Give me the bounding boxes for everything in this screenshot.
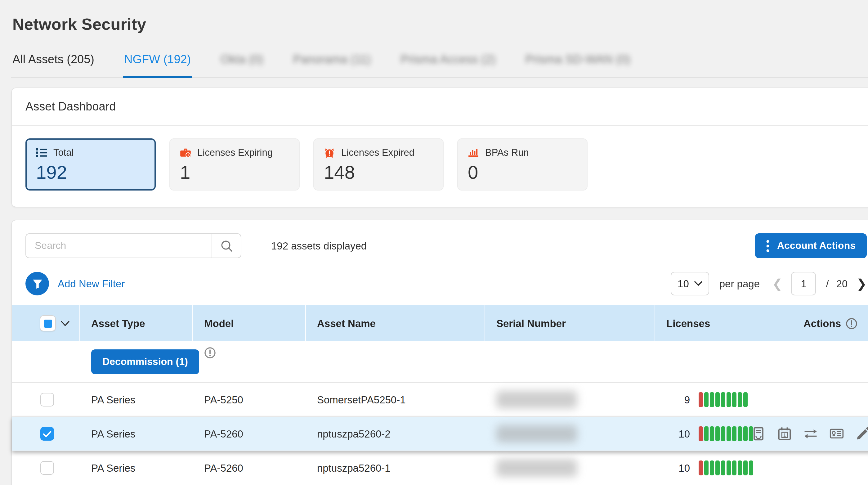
info-icon[interactable] — [845, 317, 857, 329]
stat-card-value: 0 — [468, 162, 577, 183]
stat-card-label: Licenses Expired — [341, 147, 414, 158]
row-actions: 1 — [751, 427, 868, 441]
previous-page-button[interactable]: ❮ — [772, 276, 783, 291]
toolbox-clock-icon — [180, 147, 191, 158]
tab-prisma-sdwan[interactable]: Prisma SD-WAN (0) — [525, 53, 630, 77]
tab-ngfw[interactable]: NGFW (192) — [124, 53, 191, 77]
row-checkbox[interactable] — [40, 461, 54, 475]
tab-all-assets[interactable]: All Assets (205) — [12, 53, 94, 77]
per-page-select[interactable]: 10 — [671, 272, 710, 295]
cell-asset-type: PA Series — [80, 394, 193, 405]
chevron-down-icon — [694, 281, 703, 286]
pagination: 10 per page ❮ / 20 ❯ — [671, 272, 867, 295]
cell-asset-type: PA Series — [80, 428, 193, 440]
per-page-label: per page — [719, 278, 760, 290]
tab-prisma-access[interactable]: Prisma Access (2) — [401, 53, 495, 77]
stat-card-bpas-run[interactable]: BPAs Run 0 — [457, 139, 588, 190]
cell-asset-name: SomersetPA5250-1 — [306, 394, 485, 405]
stat-card-licenses-expiring[interactable]: Licenses Expiring 1 — [169, 139, 300, 190]
table-row[interactable]: PA Series PA-5260 nptuszpa5260-1 10 — [12, 451, 868, 485]
serial-number-redacted — [496, 391, 577, 408]
transfer-icon[interactable] — [804, 427, 818, 441]
cell-asset-type: PA Series — [80, 462, 193, 474]
assets-table-panel: 192 assets displayed Account Actions Add… — [11, 220, 868, 485]
license-bars — [699, 460, 753, 475]
stat-card-value: 1 — [180, 162, 289, 183]
table-row[interactable]: PA Series PA-5250 SomersetPA5250-1 9 — [12, 383, 868, 417]
alarm-icon — [324, 147, 335, 158]
license-bars — [699, 392, 748, 407]
stat-card-value: 148 — [324, 162, 433, 183]
select-all-checkbox[interactable] — [40, 316, 55, 331]
bulk-action-row: Decommission (1) — [12, 341, 868, 383]
license-icon[interactable] — [830, 427, 844, 441]
kebab-icon — [767, 239, 770, 252]
cell-model: PA-5260 — [193, 428, 306, 440]
stat-card-label: Total — [53, 147, 74, 158]
cell-model: PA-5260 — [193, 462, 306, 474]
asset-dashboard-title: Asset Dashboard — [12, 88, 868, 126]
tab-okta[interactable]: Okta (0) — [221, 53, 263, 77]
row-checkbox[interactable] — [40, 393, 54, 406]
total-pages: 20 — [836, 278, 848, 290]
page-number-input[interactable] — [792, 272, 816, 295]
column-header-actions: Actions — [792, 305, 868, 341]
column-header-serial-number[interactable]: Serial Number — [485, 305, 655, 341]
bar-chart-icon — [468, 147, 479, 158]
cell-asset-name: nptuszpa5260-2 — [306, 428, 485, 440]
serial-number-redacted — [496, 459, 577, 477]
table-header-row: Asset Type Model Asset Name Serial Numbe… — [12, 305, 868, 341]
tab-bar: All Assets (205) NGFW (192) Okta (0) Pan… — [11, 53, 868, 78]
device-report-icon[interactable] — [751, 427, 766, 441]
row-checkbox[interactable] — [40, 427, 54, 441]
list-icon — [36, 147, 47, 158]
cell-model: PA-5250 — [193, 394, 306, 405]
column-header-asset-type[interactable]: Asset Type — [80, 305, 193, 341]
serial-number-redacted — [496, 425, 577, 443]
calendar-renew-icon[interactable]: 1 — [777, 427, 792, 441]
next-page-button[interactable]: ❯ — [856, 276, 867, 291]
search-group — [25, 233, 241, 258]
cell-asset-name: nptuszpa5260-1 — [306, 462, 485, 474]
stat-card-label: Licenses Expiring — [197, 147, 273, 158]
table-toolbar: 192 assets displayed Account Actions — [12, 220, 868, 264]
warning-info-icon[interactable] — [204, 347, 216, 359]
assets-displayed-text: 192 assets displayed — [271, 240, 367, 252]
account-actions-button[interactable]: Account Actions — [755, 233, 867, 258]
search-icon — [220, 239, 233, 252]
license-count: 10 — [655, 428, 690, 440]
stat-card-licenses-expired[interactable]: Licenses Expired 148 — [313, 139, 444, 190]
asset-dashboard-panel: Asset Dashboard Total 192 — [11, 88, 868, 207]
page-separator: / — [826, 278, 829, 290]
stat-card-label: BPAs Run — [485, 147, 529, 158]
license-bars — [699, 426, 753, 441]
page-title: Network Security — [12, 15, 868, 34]
search-input[interactable] — [25, 233, 212, 258]
license-count: 10 — [655, 462, 690, 474]
stat-card-value: 192 — [36, 162, 145, 183]
stat-card-total[interactable]: Total 192 — [25, 139, 156, 190]
per-page-value: 10 — [678, 278, 689, 290]
svg-text:1: 1 — [783, 432, 786, 437]
column-header-licenses[interactable]: Licenses — [655, 305, 792, 341]
account-actions-label: Account Actions — [777, 240, 856, 251]
decommission-button[interactable]: Decommission (1) — [91, 350, 199, 374]
table-row[interactable]: PA Series PA-5260 nptuszpa5260-2 10 1 — [12, 417, 868, 451]
filter-row: Add New Filter 10 per page ❮ / 20 ❯ — [12, 264, 868, 305]
license-count: 9 — [655, 394, 690, 405]
column-header-asset-name[interactable]: Asset Name — [306, 305, 485, 341]
filter-button[interactable] — [25, 272, 49, 295]
search-button[interactable] — [212, 233, 241, 258]
check-icon — [43, 430, 52, 437]
add-new-filter-link[interactable]: Add New Filter — [58, 278, 125, 290]
tab-panorama[interactable]: Panorama (11) — [293, 53, 371, 77]
funnel-icon — [32, 278, 42, 289]
chevron-down-icon[interactable] — [61, 321, 69, 326]
stat-cards: Total 192 Licenses Expiring 1 — [12, 126, 868, 207]
column-header-model[interactable]: Model — [193, 305, 306, 341]
edit-icon[interactable] — [856, 427, 868, 441]
